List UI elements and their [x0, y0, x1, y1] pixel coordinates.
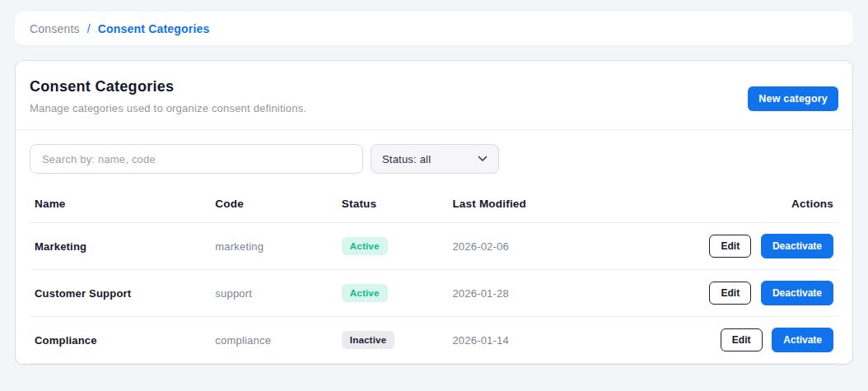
- table-body: Marketing marketing Active 2026-02-06 Ed…: [30, 223, 838, 364]
- consent-categories-card: Consent Categories Manage categories use…: [15, 60, 853, 365]
- column-header-name: Name: [30, 184, 210, 223]
- column-header-last-modified: Last Modified: [447, 184, 704, 223]
- toggle-status-button[interactable]: Deactivate: [761, 281, 833, 305]
- cell-last-modified: 2026-01-28: [447, 270, 704, 317]
- column-header-actions: Actions: [704, 184, 838, 223]
- cell-code: support: [210, 270, 336, 317]
- page-title: Consent Categories: [30, 78, 838, 95]
- cell-code: compliance: [210, 317, 336, 364]
- status-badge: Active: [342, 237, 388, 255]
- edit-button[interactable]: Edit: [709, 282, 751, 305]
- cell-name: Customer Support: [30, 270, 210, 317]
- new-category-button[interactable]: New category: [748, 86, 838, 111]
- status-badge: Inactive: [342, 331, 394, 349]
- breadcrumb-separator: /: [87, 22, 91, 35]
- edit-button[interactable]: Edit: [709, 235, 751, 258]
- status-badge: Active: [342, 284, 388, 302]
- table-header-row: Name Code Status Last Modified Actions: [30, 184, 838, 223]
- toggle-status-button[interactable]: Deactivate: [761, 234, 833, 258]
- filter-bar: Status: all: [16, 130, 852, 184]
- categories-table: Name Code Status Last Modified Actions M…: [30, 184, 838, 364]
- cell-last-modified: 2026-02-06: [447, 223, 704, 270]
- table-row: Marketing marketing Active 2026-02-06 Ed…: [30, 223, 838, 270]
- status-filter-select[interactable]: Status: all: [371, 144, 499, 174]
- column-header-status: Status: [337, 184, 448, 223]
- edit-button[interactable]: Edit: [721, 328, 763, 351]
- search-input[interactable]: [30, 144, 363, 174]
- table-row: Customer Support support Active 2026-01-…: [30, 270, 838, 317]
- cell-last-modified: 2026-01-14: [447, 317, 704, 364]
- page-subtitle: Manage categories used to organize conse…: [30, 102, 838, 114]
- breadcrumb-item-consent-categories[interactable]: Consent Categories: [98, 22, 210, 35]
- cell-name: Compliance: [30, 317, 210, 364]
- chevron-down-icon: [478, 156, 488, 162]
- table-row: Compliance compliance Inactive 2026-01-1…: [30, 317, 838, 364]
- toggle-status-button[interactable]: Activate: [772, 328, 833, 352]
- cell-name: Marketing: [30, 223, 210, 270]
- breadcrumb-item-consents[interactable]: Consents: [30, 22, 80, 35]
- breadcrumb: Consents / Consent Categories: [15, 12, 853, 45]
- status-filter-value: Status: all: [382, 153, 431, 165]
- card-header: Consent Categories Manage categories use…: [16, 61, 852, 130]
- cell-code: marketing: [210, 223, 336, 270]
- column-header-code: Code: [210, 184, 336, 223]
